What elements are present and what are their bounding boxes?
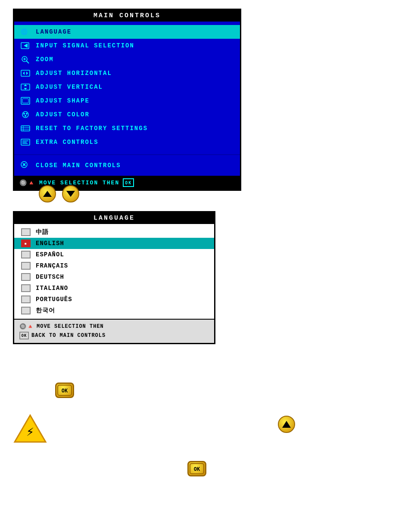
chinese-icon [21,228,31,236]
input-signal-icon [19,41,31,50]
extra-icon [19,137,31,147]
warning-triangle-icon: ⚡ [13,414,47,444]
lang-label-korean: 한국어 [36,307,55,314]
language-list: 中語 ■ ENGLISH ESPAÑOL FRANÇAIS DEUTSCH IT… [14,224,214,319]
vertical-icon [19,82,31,92]
menu-item-shape[interactable]: ADJUST SHAPE [14,94,240,108]
lang-instructions: 🔘🔺 MOVE SELECTION THEN OK BACK TO MAIN C… [14,319,214,343]
svg-point-17 [26,113,28,115]
svg-text:🌐: 🌐 [21,28,28,35]
main-menu-list: 🌐 LANGUAGE INPUT SIGNAL SELECTION [14,22,240,152]
french-icon [21,262,31,270]
svg-line-4 [26,61,29,63]
german-icon [21,273,31,281]
ok-badge-main: OK [123,178,134,187]
svg-marker-11 [24,84,27,86]
portuguese-icon [21,296,31,303]
menu-label-vertical: ADJUST VERTICAL [36,84,103,90]
down-arrow-button[interactable] [62,185,79,202]
svg-rect-19 [21,126,30,131]
zoom-icon [19,55,31,64]
svg-point-18 [25,115,26,117]
menu-label-input: INPUT SIGNAL SELECTION [36,42,134,49]
svg-rect-7 [21,70,30,76]
menu-item-horizontal[interactable]: ADJUST HORIZONTAL [14,66,240,80]
language-panel-title: LANGUAGE [14,212,214,224]
svg-text:OK: OK [194,466,200,472]
svg-marker-12 [24,88,27,90]
menu-item-zoom[interactable]: ZOOM [14,53,240,66]
nav-arrows-section [39,185,79,202]
svg-marker-34 [282,421,291,428]
language-panel: LANGUAGE 中語 ■ ENGLISH ESPAÑOL FRANÇAIS D… [13,211,215,344]
reset-icon [19,124,31,133]
lang-label-italian: ITALIANO [36,285,68,292]
ok-button-large[interactable]: OK [55,383,74,398]
lang-label-german: DEUTSCH [36,274,64,280]
svg-marker-2 [24,44,28,48]
menu-item-language[interactable]: 🌐 LANGUAGE [14,25,240,39]
spanish-icon [21,251,31,258]
lang-move-icons: 🔘🔺 [19,323,34,330]
svg-marker-8 [23,72,25,75]
menu-label-color: ADJUST COLOR [36,111,90,118]
korean-icon [21,307,31,314]
lang-item-french[interactable]: FRANÇAIS [14,260,214,271]
up-arrow-button[interactable] [39,185,56,202]
close-label: CLOSE MAIN CONTROLS [36,162,121,169]
move-icon-pair: 🔘🔺 [19,179,36,187]
menu-item-reset[interactable]: RESET TO FACTORY SETTINGS [14,121,240,135]
lang-item-english[interactable]: ■ ENGLISH [14,238,214,249]
up-arrow-bottom-button[interactable] [278,416,295,433]
main-controls-title: MAIN CONTROLS [14,10,240,22]
lang-ok-icon: OK [19,332,29,339]
lang-label-english: ENGLISH [36,240,64,247]
main-controls-panel: MAIN CONTROLS 🌐 LANGUAGE INPUT SIGNAL SE… [13,9,241,191]
lang-instruction-1: MOVE SELECTION THEN [37,324,104,330]
svg-text:⚡: ⚡ [26,425,34,440]
menu-item-extra[interactable]: EXTRA CONTROLS [14,135,240,149]
menu-item-input-signal[interactable]: INPUT SIGNAL SELECTION [14,39,240,53]
lang-item-spanish[interactable]: ESPAÑOL [14,249,214,260]
italian-icon [21,284,31,292]
english-icon: ■ [21,240,31,247]
menu-label-extra: EXTRA CONTROLS [36,139,99,146]
horizontal-icon [19,68,31,78]
lang-label-french: FRANÇAIS [36,262,68,269]
svg-text:OK: OK [62,388,68,394]
menu-label-language: LANGUAGE [36,28,72,35]
lang-label-portuguese: PORTUGUÊS [36,296,72,303]
svg-marker-9 [26,72,28,75]
lang-item-italian[interactable]: ITALIANO [14,283,214,294]
svg-point-16 [23,113,25,115]
menu-label-shape: ADJUST SHAPE [36,97,90,104]
menu-label-horizontal: ADJUST HORIZONTAL [36,70,112,77]
language-icon: 🌐 [19,27,31,37]
color-adjust-icon [19,110,31,119]
ok-button-bottom[interactable]: OK [187,461,206,476]
lang-label-chinese: 中語 [36,228,49,236]
lang-item-chinese[interactable]: 中語 [14,227,214,238]
menu-item-vertical[interactable]: ADJUST VERTICAL [14,80,240,94]
menu-label-zoom: ZOOM [36,56,54,63]
lang-instruction-2: BACK TO MAIN CONTROLS [31,333,106,339]
lang-item-korean[interactable]: 한국어 [14,305,214,316]
shape-icon [19,96,31,106]
close-icon [19,160,31,171]
svg-rect-14 [22,99,28,103]
close-main-controls[interactable]: CLOSE MAIN CONTROLS [14,157,240,174]
menu-item-color[interactable]: ADJUST COLOR [14,108,240,121]
menu-label-reset: RESET TO FACTORY SETTINGS [36,125,148,132]
lang-item-german[interactable]: DEUTSCH [14,271,214,283]
lang-label-spanish: ESPAÑOL [36,251,64,258]
lang-item-portuguese[interactable]: PORTUGUÊS [14,294,214,305]
